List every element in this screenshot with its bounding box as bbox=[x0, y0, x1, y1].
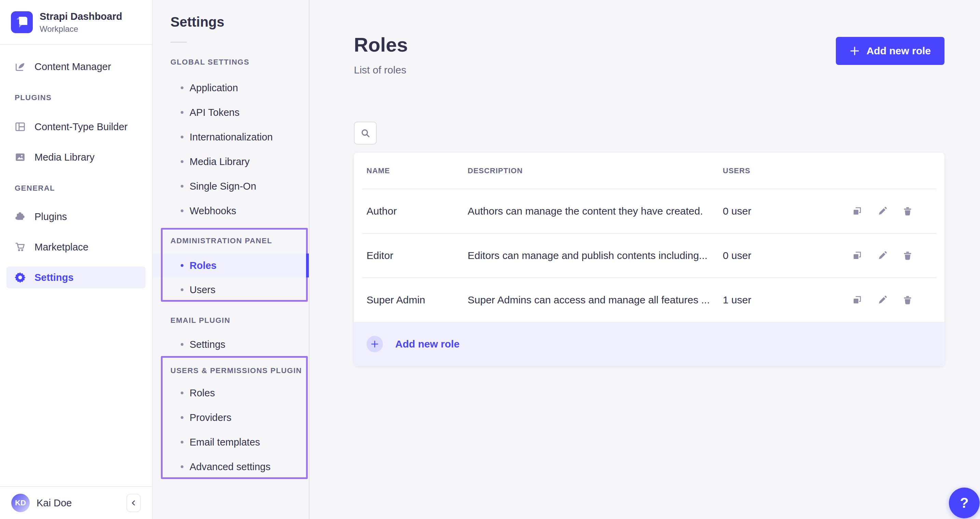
sidebar-item-media-library[interactable]: Media Library bbox=[6, 146, 145, 168]
help-button[interactable]: ? bbox=[949, 487, 980, 518]
subnav-item-single-sign-on[interactable]: Single Sign-On bbox=[153, 174, 309, 199]
subnav-section-email-plugin: EMAIL PLUGIN bbox=[170, 316, 309, 325]
gear-icon bbox=[15, 272, 25, 283]
edit-pencil-icon[interactable] bbox=[877, 250, 888, 261]
roles-table-card: NAME DESCRIPTION USERS Author Authors ca… bbox=[354, 153, 945, 366]
active-item-indicator bbox=[306, 253, 309, 277]
row-actions bbox=[840, 206, 932, 216]
search-icon bbox=[360, 128, 371, 139]
table-row-super-admin[interactable]: Super Admin Super Admins can access and … bbox=[354, 278, 945, 322]
bullet-icon bbox=[181, 160, 183, 163]
settings-subnav: Settings GLOBAL SETTINGS Application API… bbox=[153, 0, 309, 519]
chevron-left-icon bbox=[129, 498, 138, 507]
sidebar-item-settings[interactable]: Settings bbox=[6, 266, 145, 288]
subnav-item-label: Users bbox=[189, 284, 216, 296]
bullet-icon bbox=[181, 343, 183, 346]
subnav-item-label: Webhooks bbox=[189, 205, 236, 217]
plus-icon bbox=[371, 340, 379, 348]
role-users-cell: 1 user bbox=[723, 294, 840, 306]
subnav-item-media-library[interactable]: Media Library bbox=[153, 149, 309, 174]
plus-icon bbox=[850, 46, 860, 56]
edit-pencil-icon[interactable] bbox=[877, 295, 888, 305]
column-header-name: NAME bbox=[366, 166, 468, 175]
subnav-item-label: Internationalization bbox=[189, 132, 273, 143]
subnav-item-roles-up[interactable]: Roles bbox=[153, 380, 309, 405]
subnav-item-label: API Tokens bbox=[189, 107, 239, 118]
sidebar-item-content-manager[interactable]: Content Manager bbox=[6, 56, 145, 78]
brand-subtitle: Workplace bbox=[40, 24, 122, 34]
sidebar-item-marketplace[interactable]: Marketplace bbox=[6, 236, 145, 258]
search-button[interactable] bbox=[354, 122, 377, 145]
subnav-section-users-permissions: USERS & PERMISSIONS PLUGIN bbox=[170, 366, 309, 375]
bullet-icon bbox=[181, 288, 183, 291]
subnav-item-email-settings[interactable]: Settings bbox=[153, 332, 309, 357]
subnav-item-label: Media Library bbox=[189, 156, 250, 167]
bullet-icon bbox=[181, 465, 183, 468]
subnav-item-internationalization[interactable]: Internationalization bbox=[153, 125, 309, 149]
sidebar-section-general: GENERAL bbox=[15, 184, 145, 193]
subnav-item-label: Application bbox=[189, 82, 238, 94]
subnav-item-webhooks[interactable]: Webhooks bbox=[153, 199, 309, 223]
app-root: Strapi Dashboard Workplace Content Manag… bbox=[0, 0, 980, 519]
main-sidebar: Strapi Dashboard Workplace Content Manag… bbox=[0, 0, 153, 519]
picture-icon bbox=[15, 152, 25, 162]
sidebar-item-label: Media Library bbox=[35, 152, 95, 163]
subnav-item-label: Email templates bbox=[189, 437, 260, 448]
role-name-cell: Editor bbox=[366, 250, 468, 261]
subnav-item-label: Providers bbox=[189, 412, 232, 423]
subnav-item-application[interactable]: Application bbox=[153, 75, 309, 100]
sidebar-item-content-type-builder[interactable]: Content-Type Builder bbox=[6, 116, 145, 138]
collapse-sidebar-button[interactable] bbox=[126, 494, 141, 512]
subnav-item-api-tokens[interactable]: API Tokens bbox=[153, 100, 309, 125]
row-actions bbox=[840, 250, 932, 261]
duplicate-icon[interactable] bbox=[852, 206, 862, 216]
page-header: Roles List of roles Add new role bbox=[354, 33, 945, 77]
subnav-item-label: Roles bbox=[189, 387, 215, 399]
role-description-cell: Authors can manage the content they have… bbox=[468, 205, 723, 217]
subnav-title-divider bbox=[170, 42, 187, 43]
bullet-icon bbox=[181, 135, 183, 139]
delete-trash-icon[interactable] bbox=[902, 295, 913, 305]
role-name-cell: Super Admin bbox=[366, 294, 468, 306]
delete-trash-icon[interactable] bbox=[902, 206, 913, 216]
role-description-cell: Super Admins can access and manage all f… bbox=[468, 294, 723, 306]
user-name: Kai Doe bbox=[37, 497, 119, 509]
sidebar-item-label: Plugins bbox=[35, 211, 67, 223]
add-new-role-row[interactable]: Add new role bbox=[354, 322, 945, 366]
main-content: Roles List of roles Add new role NAME bbox=[309, 0, 980, 519]
duplicate-icon[interactable] bbox=[852, 295, 862, 305]
table-row-author[interactable]: Author Authors can manage the content th… bbox=[354, 189, 945, 233]
sidebar-item-label: Content Manager bbox=[35, 61, 111, 72]
subnav-item-label: Advanced settings bbox=[189, 461, 270, 473]
bullet-icon bbox=[181, 441, 183, 444]
subnav-item-providers[interactable]: Providers bbox=[153, 405, 309, 430]
subnav-item-email-templates[interactable]: Email templates bbox=[153, 430, 309, 454]
duplicate-icon[interactable] bbox=[852, 250, 862, 261]
puzzle-icon bbox=[15, 211, 25, 222]
subnav-item-advanced-settings[interactable]: Advanced settings bbox=[153, 454, 309, 479]
bullet-icon bbox=[181, 111, 183, 114]
subnav-item-roles-admin[interactable]: Roles bbox=[153, 253, 309, 277]
sidebar-item-plugins[interactable]: Plugins bbox=[6, 206, 145, 228]
bullet-icon bbox=[181, 264, 183, 267]
role-description-cell: Editors can manage and publish contents … bbox=[468, 250, 723, 261]
add-new-role-button[interactable]: Add new role bbox=[836, 37, 945, 65]
role-users-cell: 0 user bbox=[723, 250, 840, 261]
subnav-item-label: Single Sign-On bbox=[189, 181, 256, 192]
subnav-item-users[interactable]: Users bbox=[153, 277, 309, 302]
bullet-icon bbox=[181, 416, 183, 419]
delete-trash-icon[interactable] bbox=[902, 250, 913, 261]
table-row-editor[interactable]: Editor Editors can manage and publish co… bbox=[354, 234, 945, 277]
sidebar-section-plugins: PLUGINS bbox=[15, 93, 145, 102]
edit-pencil-icon[interactable] bbox=[877, 206, 888, 216]
subnav-section-global-settings: GLOBAL SETTINGS bbox=[170, 58, 309, 67]
question-mark-icon: ? bbox=[960, 495, 969, 511]
column-header-users: USERS bbox=[723, 166, 840, 175]
feather-icon bbox=[15, 61, 25, 72]
layout-grid-icon bbox=[15, 121, 25, 132]
sidebar-nav: Content Manager PLUGINS Content-Type Bui… bbox=[0, 45, 152, 486]
workspace-switcher[interactable]: Strapi Dashboard Workplace bbox=[0, 0, 152, 45]
user-avatar[interactable]: KD bbox=[11, 494, 30, 512]
strapi-logo-icon bbox=[11, 11, 33, 33]
brand-title: Strapi Dashboard bbox=[40, 11, 122, 22]
